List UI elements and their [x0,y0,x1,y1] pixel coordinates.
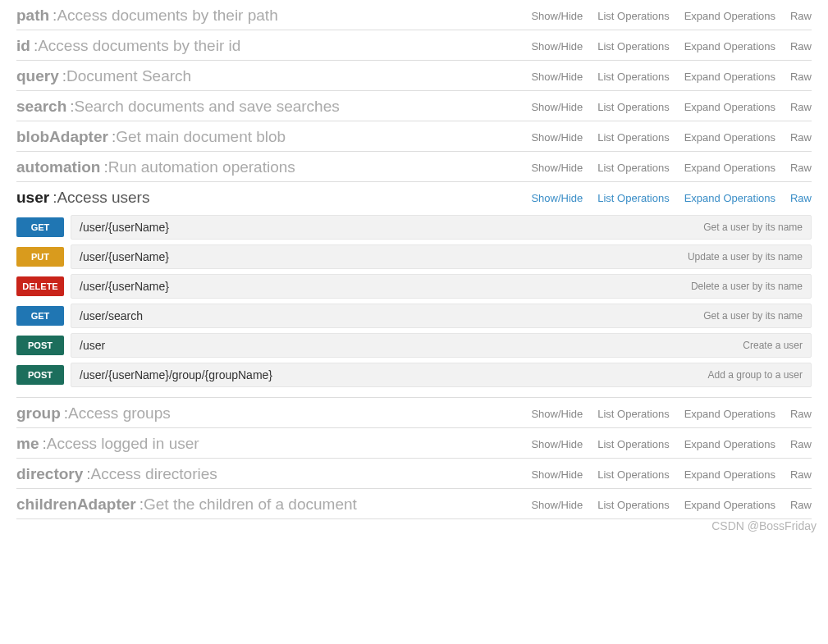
operation-desc: Create a user [743,340,803,351]
resource-title[interactable]: childrenAdapter : Get the children of a … [16,496,357,514]
operation-bar[interactable]: /user/{userName}/group/{groupName}Add a … [71,363,812,387]
show-hide-link[interactable]: Show/Hide [531,192,583,204]
resource-title[interactable]: query : Document Search [16,67,191,85]
list-operations-link[interactable]: List Operations [597,499,669,511]
operation-row[interactable]: DELETE/user/{userName}Delete a user by i… [16,274,812,299]
list-operations-link[interactable]: List Operations [597,192,669,204]
resource-title[interactable]: id : Access documents by their id [16,37,240,55]
resource-title[interactable]: user : Access users [16,189,149,207]
resource-desc: Access users [57,189,149,207]
list-operations-link[interactable]: List Operations [597,468,669,481]
show-hide-link[interactable]: Show/Hide [531,71,583,83]
raw-link[interactable]: Raw [790,10,812,22]
method-badge-get[interactable]: GET [16,306,64,326]
resource-search: search : Search documents and save searc… [16,91,812,121]
show-hide-link[interactable]: Show/Hide [531,438,583,450]
operation-path[interactable]: /user/{userName} [80,250,169,263]
list-operations-link[interactable]: List Operations [597,162,669,174]
raw-link[interactable]: Raw [790,71,812,83]
resource-actions: Show/HideList OperationsExpand Operation… [531,408,812,420]
operation-bar[interactable]: /user/{userName}Delete a user by its nam… [71,274,812,299]
method-badge-delete[interactable]: DELETE [16,276,64,296]
expand-operations-link[interactable]: Expand Operations [684,10,775,22]
list-operations-link[interactable]: List Operations [597,40,669,53]
resource-title[interactable]: search : Search documents and save searc… [16,98,340,116]
method-badge-get[interactable]: GET [16,217,64,237]
operation-row[interactable]: POST/user/{userName}/group/{groupName}Ad… [16,363,812,387]
resource-name[interactable]: childrenAdapter [16,496,136,514]
expand-operations-link[interactable]: Expand Operations [684,438,775,450]
operation-path[interactable]: /user/{userName}/group/{groupName} [80,368,272,381]
resource-name[interactable]: path [16,7,49,25]
expand-operations-link[interactable]: Expand Operations [684,408,775,420]
resource-title[interactable]: me : Access logged in user [16,435,199,453]
operation-bar[interactable]: /userCreate a user [71,333,812,358]
operation-path[interactable]: /user [80,339,105,352]
show-hide-link[interactable]: Show/Hide [531,40,583,53]
resource-title[interactable]: blobAdapter : Get main document blob [16,128,286,146]
raw-link[interactable]: Raw [790,192,812,204]
operation-row[interactable]: GET/user/{userName}Get a user by its nam… [16,215,812,240]
list-operations-link[interactable]: List Operations [597,101,669,113]
operation-row[interactable]: POST/userCreate a user [16,333,812,358]
resource-name[interactable]: me [16,435,39,453]
show-hide-link[interactable]: Show/Hide [531,131,583,144]
resource-desc: Access documents by their path [57,7,277,25]
raw-link[interactable]: Raw [790,131,812,144]
raw-link[interactable]: Raw [790,438,812,450]
raw-link[interactable]: Raw [790,499,812,511]
expand-operations-link[interactable]: Expand Operations [684,499,775,511]
list-operations-link[interactable]: List Operations [597,438,669,450]
operation-path[interactable]: /user/search [80,309,143,322]
operation-row[interactable]: GET/user/searchGet a user by its name [16,304,812,328]
operation-path[interactable]: /user/{userName} [80,280,169,293]
operation-path[interactable]: /user/{userName} [80,221,169,234]
list-operations-link[interactable]: List Operations [597,131,669,144]
operation-row[interactable]: PUT/user/{userName}Update a user by its … [16,244,812,269]
show-hide-link[interactable]: Show/Hide [531,499,583,511]
resource-title[interactable]: path : Access documents by their path [16,7,278,25]
show-hide-link[interactable]: Show/Hide [531,468,583,481]
resource-name[interactable]: group [16,404,61,422]
method-badge-post[interactable]: POST [16,336,64,355]
resource-actions: Show/HideList OperationsExpand Operation… [531,131,812,144]
resource-title[interactable]: group : Access groups [16,404,171,422]
expand-operations-link[interactable]: Expand Operations [684,162,775,174]
raw-link[interactable]: Raw [790,468,812,481]
resource-name[interactable]: query [16,67,59,85]
resource-name[interactable]: user [16,189,49,207]
resource-title[interactable]: directory : Access directories [16,465,217,483]
expand-operations-link[interactable]: Expand Operations [684,71,775,83]
operation-bar[interactable]: /user/searchGet a user by its name [71,304,812,328]
resource-title[interactable]: automation : Run automation operations [16,158,295,176]
method-badge-put[interactable]: PUT [16,247,64,267]
resource-name[interactable]: id [16,37,30,55]
expand-operations-link[interactable]: Expand Operations [684,468,775,481]
show-hide-link[interactable]: Show/Hide [531,10,583,22]
resource-group: group : Access groupsShow/HideList Opera… [16,398,812,428]
show-hide-link[interactable]: Show/Hide [531,162,583,174]
list-operations-link[interactable]: List Operations [597,408,669,420]
resource-me: me : Access logged in userShow/HideList … [16,428,812,459]
resource-desc: Get main document blob [116,128,286,146]
resource-name[interactable]: automation [16,158,100,176]
raw-link[interactable]: Raw [790,408,812,420]
show-hide-link[interactable]: Show/Hide [531,101,583,113]
operation-bar[interactable]: /user/{userName}Get a user by its name [71,215,812,240]
expand-operations-link[interactable]: Expand Operations [684,40,775,53]
list-operations-link[interactable]: List Operations [597,71,669,83]
resource-name[interactable]: blobAdapter [16,128,108,146]
expand-operations-link[interactable]: Expand Operations [684,131,775,144]
operation-bar[interactable]: /user/{userName}Update a user by its nam… [71,244,812,269]
resource-name[interactable]: search [16,98,66,116]
resource-name[interactable]: directory [16,465,83,483]
list-operations-link[interactable]: List Operations [597,10,669,22]
show-hide-link[interactable]: Show/Hide [531,408,583,420]
raw-link[interactable]: Raw [790,162,812,174]
raw-link[interactable]: Raw [790,40,812,53]
raw-link[interactable]: Raw [790,101,812,113]
resource-desc: Access directories [91,465,217,483]
expand-operations-link[interactable]: Expand Operations [684,192,775,204]
method-badge-post[interactable]: POST [16,365,64,385]
expand-operations-link[interactable]: Expand Operations [684,101,775,113]
